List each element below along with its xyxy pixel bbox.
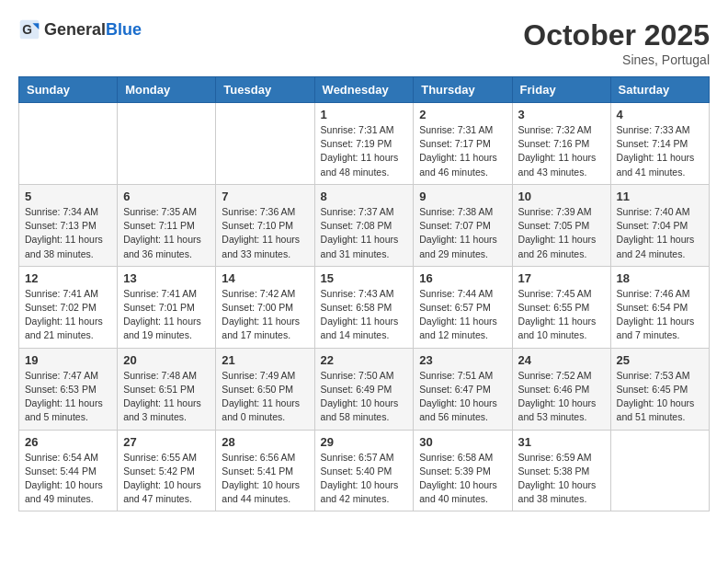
calendar-cell: 29Sunrise: 6:57 AM Sunset: 5:40 PM Dayli… (314, 430, 414, 511)
col-header-tuesday: Tuesday (216, 77, 314, 103)
day-info: Sunrise: 7:48 AM Sunset: 6:51 PM Dayligh… (123, 369, 210, 425)
calendar-cell: 25Sunrise: 7:53 AM Sunset: 6:45 PM Dayli… (610, 348, 709, 430)
calendar-week-row: 5Sunrise: 7:34 AM Sunset: 7:13 PM Daylig… (19, 184, 710, 266)
calendar-cell: 9Sunrise: 7:38 AM Sunset: 7:07 PM Daylig… (414, 184, 512, 266)
day-number: 28 (222, 435, 308, 449)
calendar-cell: 23Sunrise: 7:51 AM Sunset: 6:47 PM Dayli… (414, 348, 512, 430)
day-number: 29 (321, 435, 408, 449)
calendar-table: SundayMondayTuesdayWednesdayThursdayFrid… (18, 76, 710, 511)
day-info: Sunrise: 7:43 AM Sunset: 6:58 PM Dayligh… (321, 287, 408, 343)
day-info: Sunrise: 6:56 AM Sunset: 5:41 PM Dayligh… (222, 451, 308, 507)
calendar-cell: 22Sunrise: 7:50 AM Sunset: 6:49 PM Dayli… (314, 348, 414, 430)
logo-general: General (44, 20, 106, 39)
calendar-cell: 17Sunrise: 7:45 AM Sunset: 6:55 PM Dayli… (512, 266, 610, 348)
calendar-cell: 7Sunrise: 7:36 AM Sunset: 7:10 PM Daylig… (216, 184, 314, 266)
day-number: 14 (222, 271, 308, 285)
day-number: 10 (518, 190, 605, 203)
day-info: Sunrise: 6:57 AM Sunset: 5:40 PM Dayligh… (321, 451, 408, 507)
calendar-cell: 10Sunrise: 7:39 AM Sunset: 7:05 PM Dayli… (512, 184, 610, 266)
calendar-cell: 4Sunrise: 7:33 AM Sunset: 7:14 PM Daylig… (610, 103, 709, 185)
day-number: 16 (419, 271, 506, 285)
calendar-cell (118, 103, 216, 185)
day-number: 30 (419, 435, 506, 449)
day-number: 27 (123, 435, 210, 449)
day-info: Sunrise: 7:31 AM Sunset: 7:17 PM Dayligh… (419, 123, 506, 179)
col-header-sunday: Sunday (19, 77, 118, 103)
day-info: Sunrise: 7:40 AM Sunset: 7:04 PM Dayligh… (617, 205, 703, 261)
day-info: Sunrise: 7:33 AM Sunset: 7:14 PM Dayligh… (617, 123, 703, 179)
calendar-cell: 15Sunrise: 7:43 AM Sunset: 6:58 PM Dayli… (314, 266, 414, 348)
day-info: Sunrise: 7:42 AM Sunset: 7:00 PM Dayligh… (222, 287, 308, 343)
calendar-cell: 18Sunrise: 7:46 AM Sunset: 6:54 PM Dayli… (610, 266, 709, 348)
day-info: Sunrise: 7:31 AM Sunset: 7:19 PM Dayligh… (321, 123, 408, 179)
calendar-cell: 6Sunrise: 7:35 AM Sunset: 7:11 PM Daylig… (118, 184, 216, 266)
day-number: 26 (25, 435, 111, 449)
day-info: Sunrise: 7:41 AM Sunset: 7:01 PM Dayligh… (123, 287, 210, 343)
day-info: Sunrise: 7:46 AM Sunset: 6:54 PM Dayligh… (617, 287, 703, 343)
day-number: 6 (123, 190, 210, 203)
calendar-cell: 8Sunrise: 7:37 AM Sunset: 7:08 PM Daylig… (314, 184, 414, 266)
col-header-thursday: Thursday (414, 77, 512, 103)
day-number: 1 (321, 108, 408, 121)
day-info: Sunrise: 7:32 AM Sunset: 7:16 PM Dayligh… (518, 123, 605, 179)
day-info: Sunrise: 7:39 AM Sunset: 7:05 PM Dayligh… (518, 205, 605, 261)
location-title: Sines, Portugal (523, 52, 710, 67)
col-header-friday: Friday (512, 77, 610, 103)
calendar-cell: 31Sunrise: 6:59 AM Sunset: 5:38 PM Dayli… (512, 430, 610, 511)
day-number: 11 (617, 190, 703, 203)
day-number: 8 (321, 190, 408, 203)
calendar-cell: 11Sunrise: 7:40 AM Sunset: 7:04 PM Dayli… (610, 184, 709, 266)
day-info: Sunrise: 7:41 AM Sunset: 7:02 PM Dayligh… (25, 287, 111, 343)
day-number: 22 (321, 353, 408, 367)
title-area: October 2025 Sines, Portugal (523, 18, 710, 67)
col-header-wednesday: Wednesday (314, 77, 414, 103)
calendar-week-row: 26Sunrise: 6:54 AM Sunset: 5:44 PM Dayli… (19, 430, 710, 511)
day-info: Sunrise: 6:59 AM Sunset: 5:38 PM Dayligh… (518, 451, 605, 507)
calendar-cell: 3Sunrise: 7:32 AM Sunset: 7:16 PM Daylig… (512, 103, 610, 185)
day-info: Sunrise: 7:37 AM Sunset: 7:08 PM Dayligh… (321, 205, 408, 261)
calendar-week-row: 1Sunrise: 7:31 AM Sunset: 7:19 PM Daylig… (19, 103, 710, 185)
calendar-cell: 30Sunrise: 6:58 AM Sunset: 5:39 PM Dayli… (414, 430, 512, 511)
day-info: Sunrise: 7:49 AM Sunset: 6:50 PM Dayligh… (222, 369, 308, 425)
month-title: October 2025 (523, 18, 710, 52)
day-number: 12 (25, 271, 111, 285)
day-info: Sunrise: 7:34 AM Sunset: 7:13 PM Dayligh… (25, 205, 111, 261)
day-info: Sunrise: 6:54 AM Sunset: 5:44 PM Dayligh… (25, 451, 111, 507)
calendar-week-row: 19Sunrise: 7:47 AM Sunset: 6:53 PM Dayli… (19, 348, 710, 430)
day-info: Sunrise: 7:53 AM Sunset: 6:45 PM Dayligh… (617, 369, 703, 425)
calendar-cell: 27Sunrise: 6:55 AM Sunset: 5:42 PM Dayli… (118, 430, 216, 511)
day-number: 21 (222, 353, 308, 367)
col-header-saturday: Saturday (610, 77, 709, 103)
day-info: Sunrise: 7:38 AM Sunset: 7:07 PM Dayligh… (419, 205, 506, 261)
day-number: 3 (518, 108, 605, 121)
calendar-cell: 16Sunrise: 7:44 AM Sunset: 6:57 PM Dayli… (414, 266, 512, 348)
calendar-cell: 21Sunrise: 7:49 AM Sunset: 6:50 PM Dayli… (216, 348, 314, 430)
day-number: 7 (222, 190, 308, 203)
day-number: 25 (617, 353, 703, 367)
day-number: 15 (321, 271, 408, 285)
day-info: Sunrise: 7:35 AM Sunset: 7:11 PM Dayligh… (123, 205, 210, 261)
calendar-header-row: SundayMondayTuesdayWednesdayThursdayFrid… (19, 77, 710, 103)
calendar-week-row: 12Sunrise: 7:41 AM Sunset: 7:02 PM Dayli… (19, 266, 710, 348)
day-info: Sunrise: 7:45 AM Sunset: 6:55 PM Dayligh… (518, 287, 605, 343)
day-number: 18 (617, 271, 703, 285)
logo-icon: G (18, 18, 40, 40)
day-number: 20 (123, 353, 210, 367)
day-number: 19 (25, 353, 111, 367)
day-info: Sunrise: 7:51 AM Sunset: 6:47 PM Dayligh… (419, 369, 506, 425)
day-info: Sunrise: 7:52 AM Sunset: 6:46 PM Dayligh… (518, 369, 605, 425)
calendar-cell: 12Sunrise: 7:41 AM Sunset: 7:02 PM Dayli… (19, 266, 118, 348)
day-info: Sunrise: 7:47 AM Sunset: 6:53 PM Dayligh… (25, 369, 111, 425)
day-number: 9 (419, 190, 506, 203)
calendar-cell (19, 103, 118, 185)
day-info: Sunrise: 7:36 AM Sunset: 7:10 PM Dayligh… (222, 205, 308, 261)
page-header: G GeneralBlue October 2025 Sines, Portug… (18, 18, 710, 67)
calendar-cell: 28Sunrise: 6:56 AM Sunset: 5:41 PM Dayli… (216, 430, 314, 511)
day-number: 4 (617, 108, 703, 121)
day-info: Sunrise: 7:50 AM Sunset: 6:49 PM Dayligh… (321, 369, 408, 425)
svg-text:G: G (22, 23, 32, 37)
calendar-cell: 20Sunrise: 7:48 AM Sunset: 6:51 PM Dayli… (118, 348, 216, 430)
day-number: 23 (419, 353, 506, 367)
calendar-cell (216, 103, 314, 185)
day-number: 17 (518, 271, 605, 285)
